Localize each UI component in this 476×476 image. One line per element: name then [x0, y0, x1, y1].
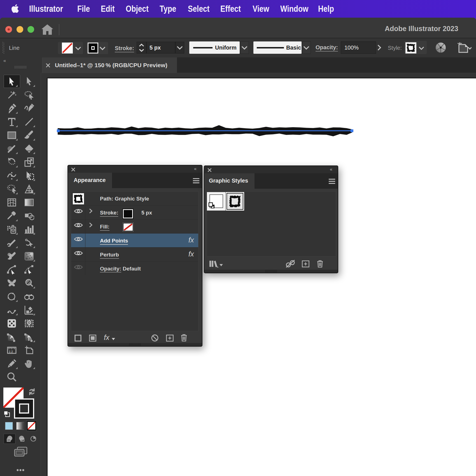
- svg-text:1 2: 1 2: [9, 350, 13, 353]
